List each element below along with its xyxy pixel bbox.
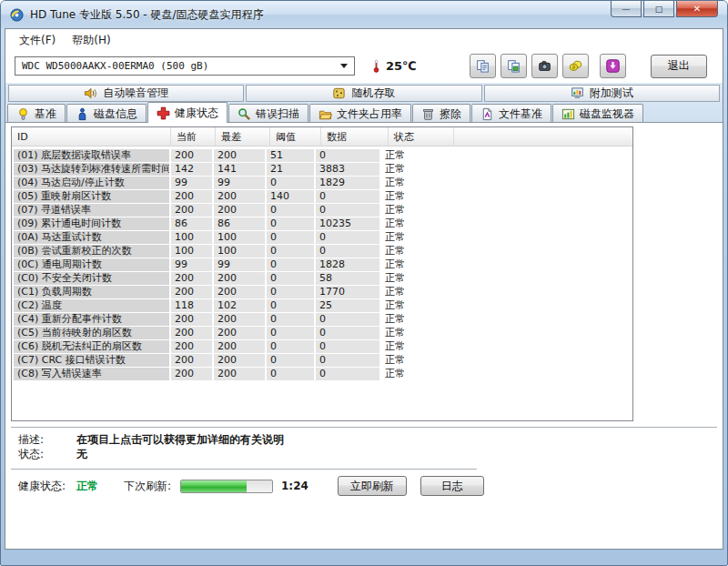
status-cell: 正常 — [381, 299, 445, 312]
column-header-2[interactable]: 最差 — [216, 127, 270, 146]
smart-table: ID当前最差阈值数据状态 (01) 底层数据读取错误率200200510正常(0… — [11, 126, 633, 421]
status-cell: 正常 — [381, 245, 445, 258]
column-header-5[interactable]: 状态 — [389, 127, 454, 146]
titlebar: HD Tune 专业版 5.50 - 硬盘/固态硬盘实用程序 — □ ✕ — [1, 1, 727, 28]
data-cell: 0 — [316, 327, 379, 339]
table-row[interactable]: (C0) 不安全关闭计数200200058正常 — [14, 272, 632, 285]
worst-cell: 200 — [214, 354, 265, 367]
threshold-cell: 0 — [267, 272, 314, 285]
worst-cell: 200 — [214, 190, 265, 203]
tab-top-0[interactable]: 自动噪音管理 — [8, 85, 244, 102]
tab-main-4[interactable]: 文件夹占用率 — [309, 104, 411, 123]
table-row[interactable]: (C4) 重新分配事件计数20020000正常 — [14, 313, 632, 326]
table-row[interactable]: (C6) 脱机无法纠正的扇区数20020000正常 — [14, 340, 632, 353]
client-area: 文件(F)帮助(H) WDC WD5000AAKX-00ERMA0 (500 g… — [5, 28, 723, 550]
tab-main-6[interactable]: 文件基准 — [471, 104, 551, 123]
status-cell: 正常 — [381, 327, 445, 339]
data-cell: 3883 — [316, 163, 379, 176]
tab-main-3[interactable]: 错误扫描 — [228, 104, 308, 123]
threshold-cell: 0 — [267, 245, 314, 258]
data-cell: 58 — [316, 272, 379, 285]
benchmark-icon — [16, 107, 30, 121]
donate-button[interactable] — [562, 54, 589, 78]
table-row[interactable]: (0B) 尝试重新校正的次数10010000正常 — [14, 245, 632, 258]
minimize-button[interactable]: — — [611, 1, 642, 17]
attribute-name-cell: (07) 寻道错误率 — [14, 204, 169, 217]
maximize-button[interactable]: □ — [643, 1, 674, 17]
extra-test-icon — [571, 86, 584, 100]
table-row[interactable]: (09) 累计通电时间计数8686010235正常 — [14, 217, 632, 230]
tab-label: 健康状态 — [175, 106, 218, 121]
threshold-cell: 0 — [267, 354, 314, 367]
attribute-name-cell: (03) 马达旋转到标准转速所需时间 — [14, 163, 169, 176]
dice-icon — [332, 86, 346, 100]
close-button[interactable]: ✕ — [676, 1, 718, 17]
current-cell: 100 — [171, 231, 212, 244]
threshold-cell: 0 — [267, 204, 314, 217]
table-row[interactable]: (C8) 写入错误速率20020000正常 — [14, 368, 632, 380]
menu-bar: 文件(F)帮助(H) — [5, 29, 723, 51]
drive-select[interactable]: WDC WD5000AAKX-00ERMA0 (500 gB) — [15, 56, 355, 76]
table-row[interactable]: (0C) 通电周期计数999901828正常 — [14, 258, 632, 271]
worst-cell: 141 — [214, 163, 265, 176]
attribute-name-cell: (0B) 尝试重新校正的次数 — [14, 245, 169, 258]
current-cell: 200 — [171, 190, 212, 203]
data-cell: 25 — [316, 299, 379, 312]
table-row[interactable]: (07) 寻道错误率20020000正常 — [14, 204, 632, 217]
tab-main-1[interactable]: 磁盘信息 — [66, 104, 147, 123]
table-row[interactable]: (05) 重映射扇区计数2002001400正常 — [14, 190, 632, 203]
worst-cell: 86 — [214, 217, 265, 230]
status-cell: 正常 — [381, 368, 445, 380]
column-header-1[interactable]: 当前 — [171, 127, 216, 146]
threshold-cell: 0 — [267, 286, 314, 298]
column-header-4[interactable]: 数据 — [321, 127, 389, 146]
tab-top-1[interactable]: 随机存取 — [246, 85, 481, 102]
tab-top-2[interactable]: 附加测试 — [484, 85, 720, 102]
copy-text-button[interactable] — [470, 54, 496, 78]
table-row[interactable]: (C2) 温度118102025正常 — [14, 299, 632, 312]
update-button[interactable] — [600, 54, 626, 78]
menu-item-0[interactable]: 文件(F) — [11, 30, 64, 51]
tab-main-0[interactable]: 基准 — [7, 104, 66, 123]
tab-main-2[interactable]: 健康状态 — [147, 102, 228, 123]
current-cell: 200 — [171, 149, 212, 162]
refresh-now-button[interactable]: 立即刷新 — [338, 476, 407, 496]
attribute-name-cell: (C1) 负载周期数 — [14, 286, 169, 298]
current-cell: 142 — [171, 163, 212, 176]
table-row[interactable]: (C5) 当前待映射的扇区数20020000正常 — [14, 327, 632, 339]
log-button[interactable]: 日志 — [420, 476, 484, 496]
table-row[interactable]: (C7) CRC 接口错误计数20020000正常 — [14, 354, 632, 367]
data-cell: 1828 — [316, 258, 379, 271]
copy-image-button[interactable] — [500, 54, 527, 78]
attribute-name-cell: (04) 马达启动/停止计数 — [14, 177, 169, 189]
current-cell: 100 — [171, 245, 212, 258]
column-header-0[interactable]: ID — [12, 127, 171, 146]
threshold-cell: 0 — [267, 299, 314, 312]
tab-main-7[interactable]: 磁盘监视器 — [552, 104, 643, 123]
menu-item-1[interactable]: 帮助(H) — [64, 30, 118, 51]
description-panel: 描述: 在项目上点击可以获得更加详细的有关说明 状态: 无 — [11, 427, 717, 461]
exit-button[interactable]: 退出 — [651, 55, 707, 78]
status-cell: 正常 — [381, 149, 445, 162]
worst-cell: 200 — [214, 286, 265, 298]
table-row[interactable]: (0A) 马达重试计数10010000正常 — [14, 231, 632, 244]
tab-main-5[interactable]: 擦除 — [412, 104, 470, 123]
table-row[interactable]: (C1) 负载周期数20020001770正常 — [14, 286, 632, 298]
table-row[interactable]: (01) 底层数据读取错误率200200510正常 — [14, 149, 632, 162]
worst-cell: 100 — [214, 231, 265, 244]
table-row[interactable]: (04) 马达启动/停止计数999901829正常 — [14, 177, 632, 189]
thermometer-icon — [369, 59, 383, 73]
column-header-3[interactable]: 阈值 — [270, 127, 321, 146]
data-cell: 0 — [316, 245, 379, 258]
attribute-name-cell: (01) 底层数据读取错误率 — [14, 149, 169, 162]
refresh-progressbar — [180, 480, 273, 493]
threshold-cell: 0 — [267, 177, 314, 189]
screenshot-button[interactable] — [531, 54, 558, 78]
data-cell: 0 — [316, 190, 379, 203]
drive-select-value: WDC WD5000AAKX-00ERMA0 (500 gB) — [22, 60, 208, 72]
refresh-countdown: 1:24 — [281, 480, 308, 492]
smart-table-header: ID当前最差阈值数据状态 — [12, 127, 632, 147]
next-refresh-label: 下次刷新: — [124, 479, 178, 494]
table-row[interactable]: (03) 马达旋转到标准转速所需时间142141213883正常 — [14, 163, 632, 176]
footer-bar: 健康状态: 正常 下次刷新: 1:24 立即刷新 日志 — [11, 469, 717, 496]
